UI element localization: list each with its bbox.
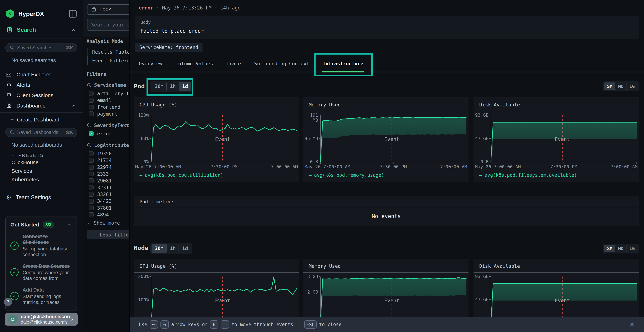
checkbox[interactable] [89,192,94,197]
node-range-1h[interactable]: 1h [167,244,179,253]
pod-disk-chart-card: Disk Available93 GB47 GB0 BMay 26 7:00:0… [474,97,639,182]
sidebar-item-dashboards[interactable]: Dashboards [0,100,83,111]
event-body-card: Body Failed to place order [135,16,639,39]
check-circle-icon: ✓ [10,268,18,276]
checkbox[interactable] [89,185,94,190]
show-more-label: Show more [94,220,120,226]
tab-infrastructure[interactable]: Infrastructure [323,56,364,72]
user-subtitle: dale@clickhouse.com's [21,320,70,325]
search-icon [86,123,92,128]
get-started-item-desc: Start sending logs, metrics, or traces [22,294,72,305]
sidebar-item-preset-clickhouse[interactable]: ClickHouse [12,158,83,167]
collapse-sidebar-icon[interactable] [69,10,76,18]
footer-text: to close [319,322,342,327]
event-timestamp: May 26 7:13:26 PM [162,5,212,10]
checkbox[interactable] [89,178,94,183]
pod-timeline-title: Pod Timeline [140,199,173,204]
pod-range-1d[interactable]: 1d [179,82,191,91]
node-chart-size-control: SMMDLG [603,244,639,254]
saved-searches-input[interactable]: Saved Searches ⌘K [5,43,77,52]
checkbox-checked[interactable]: ✓ [89,131,94,136]
help-button[interactable]: ? [4,298,12,306]
sidebar-item-team-settings[interactable]: ⚙ Team Settings [0,194,83,201]
saved-dashboards-input[interactable]: Saved Dashboards ⌘K [5,128,77,137]
checkbox[interactable] [89,165,94,170]
app-title: HyperDX [18,10,69,17]
checkbox[interactable] [89,98,94,103]
sidebar-item-alerts[interactable]: Alerts [0,80,83,90]
checkbox[interactable] [89,151,94,156]
facet-name: LogAttributes [94,142,132,148]
checkbox[interactable] [89,158,94,163]
chart-legend: —avg(k8s.pod.filesystem.available) [479,172,577,178]
tab-surrounding-context[interactable]: Surrounding Context [254,56,310,72]
pod-section-title: Pod [134,83,145,90]
right-arrow-key[interactable]: → [160,320,169,328]
pod-range-1h[interactable]: 1h [167,82,179,91]
event-header: error · May 26 7:13:26 PM · 14h ago [139,5,240,10]
checkbox[interactable] [89,206,94,210]
get-started-item-text: Create Data SourcesConfigure where your … [22,263,72,282]
presets-toggle[interactable]: PRESETS [11,152,83,158]
get-started-item[interactable]: ✓Connect to ClickHouseSet up your databa… [10,234,72,258]
help-label: ? [6,299,10,305]
close-icon[interactable]: ✕ [629,321,635,328]
pod-time-range-control: 30m1h1d [150,81,192,92]
chevron-up-icon[interactable] [67,222,72,227]
event-relative-time: 14h ago [220,5,240,10]
sidebar-item-label: Chart Explorer [16,72,76,78]
pod-size-md[interactable]: MD [616,82,626,90]
esc-key[interactable]: ESC [304,320,317,328]
sidebar-item-preset-kubernetes[interactable]: Kubernetes [12,175,83,184]
presets-list: ClickHouseServicesKubernetes [0,158,83,184]
facet-name: SeverityText [94,122,129,128]
checkbox[interactable] [89,172,94,176]
checkbox[interactable] [89,112,94,116]
pod-range-30m[interactable]: 30m [152,82,167,91]
sidebar-item-client-sessions[interactable]: Client Sessions [0,90,83,100]
search-icon [10,130,15,135]
checkbox[interactable] [89,105,94,110]
keyboard-hint-footer: Use ← → arrow keys or k j to move throug… [130,317,644,332]
chevron-up-icon[interactable] [71,27,76,32]
sidebar-item-chart-explorer[interactable]: Chart Explorer [0,70,83,80]
tab-column-values[interactable]: Column Values [175,56,213,72]
pod-size-sm[interactable]: SM [604,82,616,90]
sidebar-item-label: Client Sessions [16,92,76,98]
get-started-item-text: Add DataStart sending logs, metrics, or … [22,287,72,305]
search-icon [10,45,15,50]
sidebar-item-search[interactable]: Search [0,26,83,33]
node-range-1d[interactable]: 1d [179,244,191,253]
j-key[interactable]: j [221,320,229,328]
node-range-30m[interactable]: 30m [152,244,167,253]
filter-option-label: 21734 [97,158,112,163]
tab-trace[interactable]: Trace [226,56,241,72]
checkbox[interactable] [89,212,94,217]
filter-option-label: 2333 [97,171,109,177]
get-started-item[interactable]: ✓Create Data SourcesConfigure where your… [10,263,72,282]
user-menu[interactable]: D dale@clickhouse.com dale@clickhouse.co… [5,313,78,326]
get-started-item-title: Create Data Sources [22,263,72,269]
checkbox[interactable] [89,91,94,96]
sidebar-item-preset-services[interactable]: Services [12,167,83,175]
node-size-lg[interactable]: LG [626,245,638,252]
node-size-sm[interactable]: SM [604,245,616,252]
pod-size-lg[interactable]: LG [626,82,638,90]
pod-timeline-card: Pod Timeline No events [134,196,639,226]
node-size-md[interactable]: MD [616,245,626,252]
tab-overview[interactable]: Overview [139,56,162,72]
k-key[interactable]: k [210,320,218,328]
left-arrow-key[interactable]: ← [150,320,158,328]
checkbox[interactable] [89,199,94,204]
create-dashboard-button[interactable]: + Create Dashboard [0,114,83,125]
no-saved-dashboards-text: No saved dashboards [12,142,83,148]
chevron-up-icon[interactable] [71,103,76,108]
no-events-text: No events [134,213,639,219]
get-started-item[interactable]: ✓Add DataStart sending logs, metrics, or… [10,287,72,305]
sidebar-nav: Chart Explorer Alerts Client Sessions Da… [0,70,83,111]
service-name-chip[interactable]: ServiceName: frontend [135,43,202,52]
search-icon [86,83,92,88]
facet-name: ServiceName [94,82,126,88]
legend-line-icon: — [309,172,312,178]
check-circle-icon: ✓ [10,292,18,300]
